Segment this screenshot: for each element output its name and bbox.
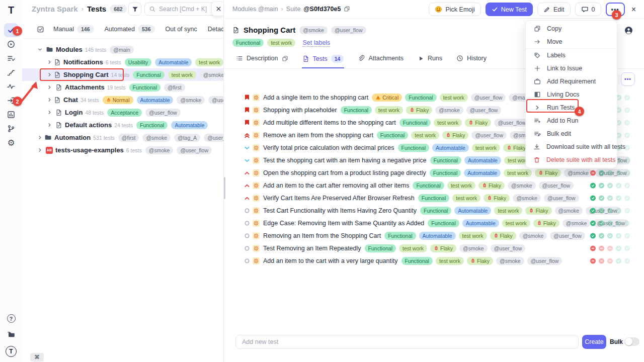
label-@smoke[interactable]: @smoke xyxy=(435,106,463,114)
menu-item-download-suite-with-all-tests[interactable]: Download suite with all tests xyxy=(526,140,617,153)
label-@smoke[interactable]: @smoke xyxy=(459,244,488,252)
menu-item-copy[interactable]: Copy xyxy=(526,22,617,35)
test-title[interactable]: Add multiple different items to the shop… xyxy=(263,119,396,126)
label-@smoke[interactable]: @smoke xyxy=(142,134,171,142)
label-@tag_a[interactable]: @tag_A xyxy=(174,134,200,142)
label-@smoke[interactable]: @smoke xyxy=(519,232,547,240)
label-test-work[interactable]: test work xyxy=(267,39,295,47)
label-@smoke[interactable]: @smoke xyxy=(508,182,536,190)
label-test-work[interactable]: test work xyxy=(375,106,403,114)
test-title[interactable]: Verify total price calculation with deci… xyxy=(263,144,394,151)
label-functional[interactable]: Functional xyxy=(133,71,164,79)
breadcrumb-parent[interactable]: Modules @main xyxy=(232,6,278,13)
list-more-button[interactable]: ••• xyxy=(621,72,635,86)
menu-item-add-to-run[interactable]: Add to Run xyxy=(526,114,617,127)
tree-tab-manual[interactable]: Manual146 xyxy=(53,25,94,33)
label-functional[interactable]: Functional xyxy=(232,39,264,47)
label-@user_flow[interactable]: @user_flow xyxy=(539,182,574,190)
label-flaky[interactable]: Flaky xyxy=(465,119,491,127)
label-functional[interactable]: Functional xyxy=(399,119,431,127)
label-@user_flow[interactable]: @user_flow xyxy=(494,119,529,127)
tree-tab-automated[interactable]: Automated536 xyxy=(105,25,155,33)
label-flaky[interactable]: Flaky xyxy=(535,169,561,177)
test-title[interactable]: Verify Cart Items Are Preserved After Br… xyxy=(263,195,415,202)
label-@smoke[interactable]: @smoke xyxy=(200,71,224,79)
label-@user_flow[interactable]: @user_flow xyxy=(527,257,562,265)
label-automatable[interactable]: Automatable xyxy=(155,58,192,66)
label-automatable[interactable]: Automatable xyxy=(171,121,208,129)
tree-item-attachments[interactable]: Attachments19 testsFunctional@first xyxy=(22,81,223,94)
label-test-work[interactable]: test work xyxy=(434,119,462,127)
label-functional[interactable]: Functional xyxy=(341,106,372,114)
chevron-right-icon[interactable] xyxy=(47,84,54,90)
label-flaky[interactable]: Flaky xyxy=(533,219,559,227)
label-automatable[interactable]: Automatable xyxy=(137,96,174,104)
label-@smoke[interactable]: @smoke xyxy=(513,194,541,202)
label-functional[interactable]: Functional xyxy=(418,194,449,202)
tree-tab-out-of-sync[interactable]: Out of sync xyxy=(166,26,197,33)
test-row[interactable]: Verify Cart Items Are Preserved After Br… xyxy=(224,192,644,204)
label-@smoke[interactable]: @smoke xyxy=(299,26,328,34)
label-flaky[interactable]: Flaky xyxy=(467,257,493,265)
label-usability[interactable]: Usability xyxy=(125,58,152,66)
create-button[interactable]: Create xyxy=(582,335,606,349)
label-functional[interactable]: Functional xyxy=(430,169,461,177)
label-@smoke[interactable]: @smoke xyxy=(145,146,174,154)
label-test-work[interactable]: test work xyxy=(459,232,487,240)
label-flaky[interactable]: Flaky xyxy=(430,244,456,252)
label-@user_flow[interactable]: @user_flow xyxy=(208,96,224,104)
tab-description[interactable]: Description xyxy=(235,52,289,66)
label-functional[interactable]: Functional xyxy=(430,156,461,164)
projects-folder-icon[interactable] xyxy=(4,327,18,341)
select-tests-icon[interactable] xyxy=(37,26,44,33)
label-functional[interactable]: Functional xyxy=(413,182,444,190)
test-title[interactable]: Shopping with placeholder xyxy=(263,107,337,114)
copy-description-icon[interactable] xyxy=(282,55,288,62)
label-flaky[interactable]: Flaky xyxy=(442,131,468,139)
search-input[interactable] xyxy=(159,6,209,13)
label-flaky[interactable]: Flaky xyxy=(406,106,432,114)
test-row[interactable]: Add an item to the cart after removing a… xyxy=(224,179,644,192)
tab-runs[interactable]: Runs xyxy=(417,52,443,66)
tree-item-modules[interactable]: Modules145 tests@main xyxy=(22,43,223,56)
test-title[interactable]: Edge Case: Removing Item with Same Quant… xyxy=(263,220,424,227)
label-flaky[interactable]: Flaky xyxy=(525,207,551,215)
test-title[interactable]: Add a single item to the shopping cart xyxy=(263,94,368,101)
chevron-right-icon[interactable] xyxy=(47,110,54,115)
tree-item-chat[interactable]: Chat34 testsNormalAutomatable@smoke@user… xyxy=(22,94,223,106)
label-test-work[interactable]: test work xyxy=(440,94,468,102)
label-flaky[interactable]: Flaky xyxy=(490,232,516,240)
label-@first[interactable]: @first xyxy=(118,134,139,142)
label-test-work[interactable]: test work xyxy=(502,219,530,227)
label-functional[interactable]: Functional xyxy=(129,83,160,92)
label-@user_flow[interactable]: @user_flow xyxy=(204,134,224,142)
label-test-work[interactable]: test work xyxy=(504,169,532,177)
label-test-work[interactable]: test work xyxy=(494,207,522,215)
label-functional[interactable]: Functional xyxy=(398,144,429,152)
label-@user_flow[interactable]: @user_flow xyxy=(491,244,526,252)
analytics-icon[interactable] xyxy=(4,108,18,122)
label-automatable[interactable]: Automatable xyxy=(462,219,499,227)
label-@smoke[interactable]: @smoke xyxy=(177,96,205,104)
label-functional[interactable]: Functional xyxy=(428,219,459,227)
label-functional[interactable]: Functional xyxy=(420,207,451,215)
label-@user_flow[interactable]: @user_flow xyxy=(544,194,579,202)
label-test-work[interactable]: test work xyxy=(399,244,427,252)
test-title[interactable]: Remove an item from the shopping cart xyxy=(263,132,373,139)
test-row[interactable]: Removing an Item from the Shopping CartF… xyxy=(224,229,644,242)
label-@smoke[interactable]: @smoke xyxy=(564,169,592,177)
test-title[interactable]: Test Removing an Item Repeatedly xyxy=(263,245,361,252)
set-labels-link[interactable]: Set labels xyxy=(302,39,330,47)
label-automatable[interactable]: Automatable xyxy=(419,232,456,240)
label-@main[interactable]: @main xyxy=(110,46,133,54)
label-@first[interactable]: @first xyxy=(164,83,185,92)
label-@user_flow[interactable]: @user_flow xyxy=(145,109,181,117)
label-test-work[interactable]: test work xyxy=(472,144,500,152)
tree-item-notifications[interactable]: Notifications6 testsUsabilityAutomatable… xyxy=(22,56,223,68)
menu-item-link-to-issue[interactable]: Link to Issue xyxy=(526,62,617,75)
runs-play-icon[interactable] xyxy=(4,37,18,51)
label-functional[interactable]: Functional xyxy=(365,244,396,252)
chevron-right-icon[interactable] xyxy=(47,97,52,103)
label-functional[interactable]: Functional xyxy=(401,257,433,265)
test-title[interactable]: Test Cart Functionality with Items Havin… xyxy=(263,207,417,214)
